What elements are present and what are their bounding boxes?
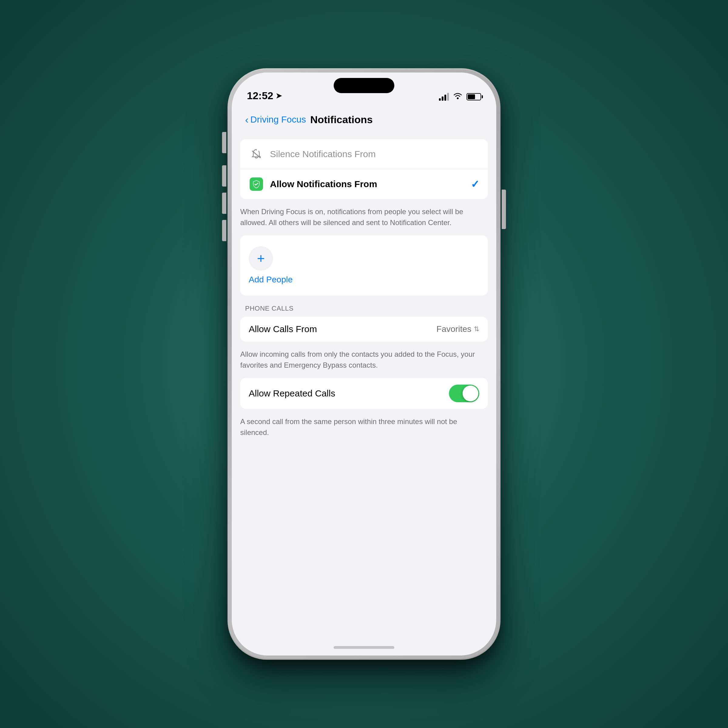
checkmark-icon: ✓ bbox=[471, 178, 479, 190]
notification-description: When Driving Focus is on, notifications … bbox=[232, 202, 496, 236]
scroll-content: Silence Notifications From Allow Notific… bbox=[232, 133, 496, 463]
phone-device: 12:52 ➤ bbox=[228, 68, 500, 660]
allow-notifications-label: Allow Notifications From bbox=[270, 179, 471, 189]
battery-icon bbox=[466, 93, 481, 100]
allow-calls-from-row[interactable]: Allow Calls From Favorites ⇅ bbox=[240, 317, 488, 341]
allow-row[interactable]: Allow Notifications From ✓ bbox=[240, 169, 488, 199]
home-indicator bbox=[334, 646, 394, 649]
green-shield-icon bbox=[249, 177, 264, 192]
allow-repeated-calls-label: Allow Repeated Calls bbox=[249, 388, 335, 399]
favorites-selector[interactable]: Favorites ⇅ bbox=[436, 324, 479, 334]
toggle-knob bbox=[463, 385, 478, 401]
back-button[interactable]: ‹ Driving Focus bbox=[245, 114, 306, 125]
repeated-calls-description: A second call from the same person withi… bbox=[232, 412, 496, 445]
add-people-card: + Add People bbox=[240, 236, 488, 295]
silence-row[interactable]: Silence Notifications From bbox=[240, 139, 488, 169]
location-arrow-icon: ➤ bbox=[276, 92, 282, 100]
dynamic-island bbox=[334, 78, 394, 93]
notification-mode-card: Silence Notifications From Allow Notific… bbox=[240, 139, 488, 199]
plus-icon: + bbox=[257, 252, 265, 265]
time-display: 12:52 bbox=[247, 90, 273, 102]
page-title: Notifications bbox=[310, 114, 373, 125]
add-people-label: Add People bbox=[249, 275, 293, 284]
phone-calls-section-header: PHONE CALLS bbox=[232, 304, 496, 317]
allow-calls-description: Allow incoming calls from only the conta… bbox=[232, 344, 496, 378]
allow-repeated-calls-row: Allow Repeated Calls bbox=[240, 378, 488, 409]
bell-slash-icon bbox=[249, 147, 264, 162]
status-icons bbox=[439, 92, 481, 102]
chevron-left-icon: ‹ bbox=[245, 114, 248, 125]
allow-calls-from-label: Allow Calls From bbox=[249, 324, 317, 334]
svg-point-0 bbox=[457, 97, 459, 99]
allow-repeated-calls-card: Allow Repeated Calls bbox=[240, 378, 488, 409]
signal-strength-icon bbox=[439, 93, 449, 101]
wifi-icon bbox=[453, 92, 463, 102]
allow-repeated-calls-toggle[interactable] bbox=[449, 385, 479, 402]
favorites-label: Favorites bbox=[436, 324, 471, 334]
status-time: 12:52 ➤ bbox=[247, 90, 282, 102]
updown-arrows-icon: ⇅ bbox=[474, 325, 479, 333]
silence-notifications-label: Silence Notifications From bbox=[270, 149, 479, 159]
back-label: Driving Focus bbox=[250, 114, 306, 125]
phone-screen: 12:52 ➤ bbox=[232, 72, 496, 656]
allow-calls-card: Allow Calls From Favorites ⇅ bbox=[240, 317, 488, 341]
nav-header: ‹ Driving Focus Notifications bbox=[232, 106, 496, 133]
add-people-button[interactable]: + bbox=[249, 246, 273, 271]
